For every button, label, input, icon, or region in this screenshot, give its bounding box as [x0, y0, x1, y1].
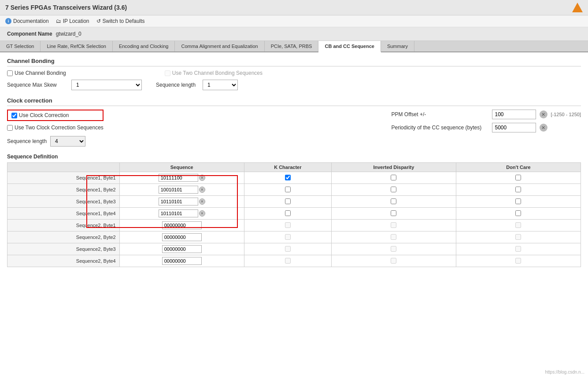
kchar-checkbox[interactable] [285, 246, 291, 252]
row-kchar-cell [244, 184, 331, 196]
ppm-offset-field: PPM Offset +/- 100 ✕ [-1250 - 1250] [392, 110, 581, 119]
use-two-cc-label[interactable]: Use Two Clock Correction Sequences [7, 125, 104, 131]
col-header-invdisp: Inverted Disparity [331, 163, 456, 172]
ppm-clear-button[interactable]: ✕ [540, 110, 547, 118]
ip-location-label: IP Location [63, 18, 89, 24]
seq-clear-btn[interactable]: ✕ [199, 210, 205, 217]
row-kchar-cell [244, 196, 331, 208]
component-bar: Component Name gtwizard_0 [0, 27, 588, 41]
ppm-offset-input[interactable]: 100 [492, 110, 536, 119]
seq-input[interactable] [159, 198, 198, 206]
col-header-kchar: K Character [244, 163, 331, 172]
tab-comma-align[interactable]: Comma Alignment and Equalization [175, 41, 264, 51]
tab-line-rate[interactable]: Line Rate, RefClk Selection [41, 41, 113, 51]
table-row: Sequence1, Byte2✕ [7, 184, 581, 196]
row-label: Sequence2, Byte1 [7, 220, 120, 231]
invdisp-checkbox[interactable] [391, 187, 396, 192]
row-invdisp-cell [331, 208, 456, 220]
sequence-max-skew-row: Sequence Max Skew 1 2 4 Sequence length … [7, 80, 581, 90]
use-clock-correction-checkbox[interactable] [11, 113, 17, 118]
seq-input[interactable] [162, 233, 202, 241]
row-dontcare-cell [456, 208, 581, 220]
table-row: Sequence2, Byte4 [7, 255, 581, 267]
folder-icon: 🗂 [56, 18, 61, 24]
seq-input[interactable] [159, 186, 198, 194]
ip-location-link[interactable]: 🗂 IP Location [56, 18, 89, 24]
invdisp-checkbox[interactable] [391, 222, 396, 228]
row-dontcare-cell [456, 172, 581, 184]
periodicity-input[interactable]: 5000 [492, 123, 536, 132]
invdisp-checkbox[interactable] [391, 210, 396, 216]
tab-summary[interactable]: Summary [381, 41, 414, 51]
invdisp-checkbox[interactable] [391, 234, 396, 240]
dontcare-checkbox[interactable] [515, 234, 521, 240]
dontcare-checkbox[interactable] [515, 187, 521, 192]
seq-max-skew-label: Sequence Max Skew [7, 82, 64, 88]
ppm-offset-label: PPM Offset +/- [392, 111, 488, 117]
tab-cb-cc[interactable]: CB and CC Sequence [318, 41, 381, 52]
seq-clear-btn[interactable]: ✕ [199, 198, 205, 205]
app-title: 7 Series FPGAs Transceivers Wizard (3.6) [5, 4, 127, 11]
use-clock-correction-container: Use Clock Correction [7, 110, 104, 121]
row-sequence-cell [119, 255, 244, 267]
dontcare-checkbox[interactable] [515, 198, 521, 204]
kchar-checkbox[interactable] [285, 175, 291, 180]
channel-bonding-title: Channel Bonding [7, 58, 581, 66]
table-row: Sequence2, Byte1 [7, 220, 581, 231]
seq-input[interactable] [159, 209, 198, 217]
cb-seq-length-label: Sequence length [156, 82, 196, 88]
invdisp-checkbox[interactable] [391, 258, 396, 264]
use-channel-bonding-label[interactable]: Use Channel Bonding [7, 70, 66, 76]
row-dontcare-cell [456, 184, 581, 196]
row-label: Sequence1, Byte3 [7, 196, 120, 208]
periodicity-clear-button[interactable]: ✕ [540, 124, 547, 132]
kchar-checkbox[interactable] [285, 234, 291, 240]
seq-input[interactable] [162, 245, 202, 253]
row-label: Sequence1, Byte4 [7, 208, 120, 220]
switch-defaults-link[interactable]: ↺ Switch to Defaults [96, 18, 145, 24]
cc-seq-length-select[interactable]: 4 1 2 [50, 136, 85, 147]
seq-def-title: Sequence Definition [7, 154, 581, 160]
invdisp-checkbox[interactable] [391, 246, 396, 252]
sequence-definition-section: Sequence Definition Sequence K Character… [7, 154, 581, 267]
kchar-checkbox[interactable] [285, 187, 291, 192]
use-two-channel-bonding-checkbox[interactable] [165, 70, 170, 76]
row-dontcare-cell [456, 255, 581, 267]
row-label: Sequence2, Byte4 [7, 255, 120, 267]
invdisp-checkbox[interactable] [391, 175, 396, 180]
col-header-sequence: Sequence [119, 163, 244, 172]
row-kchar-cell [244, 172, 331, 184]
seq-max-skew-select[interactable]: 1 2 4 [71, 80, 142, 90]
dontcare-checkbox[interactable] [515, 258, 521, 264]
tab-encoding-clocking[interactable]: Encoding and Clocking [113, 41, 175, 51]
kchar-checkbox[interactable] [285, 210, 291, 216]
seq-input[interactable] [162, 257, 202, 265]
row-sequence-cell [119, 231, 244, 243]
dontcare-checkbox[interactable] [515, 222, 521, 228]
dontcare-checkbox[interactable] [515, 246, 521, 252]
seq-input[interactable] [159, 174, 198, 182]
use-two-channel-bonding-label[interactable]: Use Two Channel Bonding Sequences [165, 70, 263, 76]
kchar-checkbox[interactable] [285, 258, 291, 264]
tab-gt-selection[interactable]: GT Selection [0, 41, 41, 51]
documentation-link[interactable]: i Documentation [5, 18, 49, 24]
tab-pcie-sata[interactable]: PCIe, SATA, PRBS [265, 41, 319, 51]
kchar-checkbox[interactable] [285, 222, 291, 228]
refresh-icon: ↺ [96, 18, 101, 24]
seq-clear-btn[interactable]: ✕ [199, 175, 205, 181]
row-invdisp-cell [331, 231, 456, 243]
cb-seq-length-select[interactable]: 1 2 4 [203, 80, 238, 90]
seq-table-wrapper: Sequence K Character Inverted Disparity … [7, 162, 581, 267]
seq-clear-btn[interactable]: ✕ [199, 187, 205, 193]
use-channel-bonding-checkbox[interactable] [7, 70, 13, 76]
component-name-label: Component Name [7, 31, 52, 37]
invdisp-checkbox[interactable] [391, 198, 396, 204]
dontcare-checkbox[interactable] [515, 210, 521, 216]
seq-input[interactable] [162, 221, 202, 229]
dontcare-checkbox[interactable] [515, 175, 521, 180]
ppm-range-hint: [-1250 - 1250] [551, 112, 581, 117]
use-two-cc-checkbox[interactable] [7, 125, 13, 131]
row-kchar-cell [244, 231, 331, 243]
cc-seq-length-label: Sequence length [7, 138, 47, 144]
kchar-checkbox[interactable] [285, 198, 291, 204]
